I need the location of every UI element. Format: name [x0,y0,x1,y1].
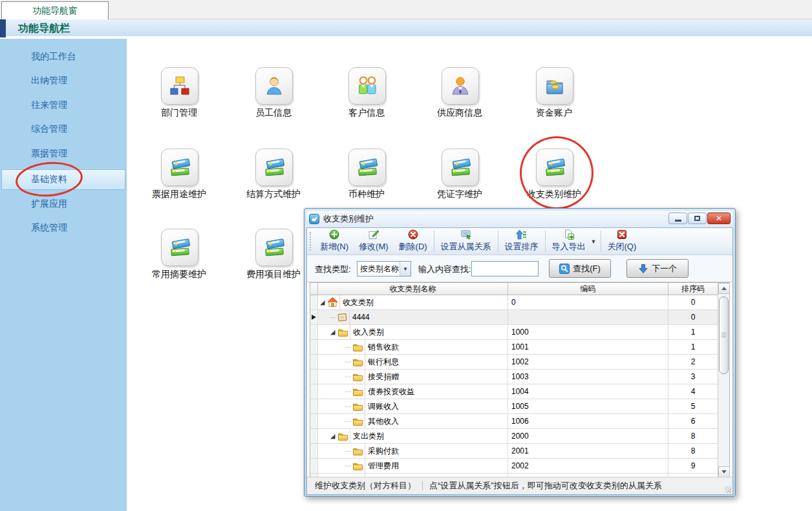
tree-grid-row[interactable]: 销售收款10011 [310,340,718,355]
header-accent-block [0,19,6,37]
scroll-up-button[interactable] [718,283,730,294]
modify-button[interactable]: 修改(M) [354,228,394,255]
sidebar-item-extended-apps[interactable]: 扩展应用 [0,195,127,213]
app-tile-funds[interactable] [536,67,573,105]
close-button[interactable]: ✕ [707,213,731,224]
tree-grid-row[interactable]: 采购付款20018 [310,444,718,459]
sidebar-item-label: 扩展应用 [31,198,67,210]
category-code: 1003 [508,370,668,384]
search-row: 查找类型: 按类别名称 ▼ 输入内容查找: 查找(F) 下一个 [307,255,732,282]
row-selector-cell[interactable] [310,399,318,413]
app-tile-customers[interactable] [348,67,386,105]
scroll-down-icon [721,470,727,474]
add-icon [329,229,339,240]
delete-button[interactable]: 删除(D) [394,228,433,255]
sidebar-item-label: 综合管理 [31,123,67,135]
app-tile-common-summary[interactable] [161,229,198,266]
next-button-label: 下一个 [652,263,677,275]
row-selector-cell[interactable] [310,429,318,443]
folder-icon [352,416,363,426]
row-selector-cell[interactable] [310,325,318,339]
dialog-statusbar: 维护收支类别（对方科目） 点“设置从属关系”按钮后，即可拖动可改变收支类别的从属… [307,477,732,494]
app-tile-settlement[interactable] [255,149,293,186]
sidebar-item-cashier[interactable]: 出纳管理 [0,72,127,90]
app-tile-bill-usage[interactable] [161,149,198,186]
tree-connector-line [345,451,351,452]
scroll-down-button[interactable] [718,466,730,477]
row-selector-cell[interactable] [310,340,318,354]
tree-grid-row[interactable]: 管理费用20029 [310,459,718,474]
search-type-combobox[interactable]: 按类别名称 ▼ [357,261,411,276]
row-selector-cell[interactable] [310,459,318,473]
app-tile-voucher-word[interactable] [442,149,479,186]
column-header-code[interactable]: 编码 [508,283,668,295]
maximize-button[interactable] [688,213,707,224]
tree-grid-row[interactable]: 44440 [310,310,718,325]
app-tile-supplier[interactable] [442,67,479,105]
find-button-label: 查找(F) [573,263,601,275]
toolbar-separator [434,231,434,252]
tree-expander-icon[interactable] [330,329,336,335]
row-selector-cell[interactable] [310,310,318,324]
column-header-name[interactable]: 收支类别名称 [318,283,508,295]
org-chart-icon [169,75,191,97]
sidebar-item-contacts[interactable]: 往来管理 [0,96,127,114]
search-input[interactable] [471,261,539,276]
set-sort-button[interactable]: 设置排序 [500,228,544,255]
app-label: 常用摘要维护 [127,269,231,280]
tree-grid-row[interactable]: 收入类别10001 [310,325,718,340]
set-relation-button[interactable]: 设置从属关系 [436,228,497,255]
sidebar-item-my-workbench[interactable]: 我的工作台 [0,48,127,66]
sidebar-item-bills[interactable]: 票据管理 [0,145,127,163]
find-button[interactable]: 查找(F) [549,259,611,278]
row-selector-cell[interactable] [310,355,318,369]
dialog-titlebar[interactable]: 收支类别维护 ✕ [306,211,733,227]
close-icon: ✕ [716,214,722,223]
next-button[interactable]: 下一个 [626,259,689,278]
tree-grid-row[interactable]: 支出类别20008 [310,429,718,444]
edit-icon [369,229,379,240]
tree-grid-row[interactable]: 收支类别00 [310,295,718,310]
category-code: 1001 [508,340,668,354]
column-header-sort[interactable]: 排序码 [668,283,718,295]
app-tile-currency[interactable] [348,149,386,186]
category-sort-code: 6 [668,414,718,428]
import-export-button[interactable]: 导入导出 [547,228,591,255]
vertical-scrollbar[interactable] [718,283,729,477]
down-arrow-icon [638,264,648,274]
name-cell: 债券投资收益 [318,384,508,399]
add-button[interactable]: 新增(N) [315,228,354,255]
import-export-dropdown-arrow[interactable]: ▼ [591,238,597,245]
books-icon [356,156,378,178]
category-sort-code: 1 [668,325,718,339]
tree-expander-icon[interactable] [330,433,336,439]
tab-function-nav[interactable]: 功能导航窗 [1,1,109,19]
tree-connector-line [345,406,351,407]
row-selector-cell[interactable] [310,295,318,309]
app-label: 部门管理 [127,107,231,119]
category-sort-code: 5 [668,399,718,413]
tree-grid-row[interactable]: 其他收入10066 [310,414,718,429]
tree-grid-row[interactable]: 接受捐赠10033 [310,370,718,384]
sidebar-item-system[interactable]: 系统管理 [0,219,127,237]
app-tile-employee[interactable] [255,67,293,105]
close-dialog-button[interactable]: 关闭(Q) [603,228,642,255]
category-name: 4444 [349,310,508,324]
tree-grid-row[interactable]: 银行利息10022 [310,355,718,370]
app-tile-department[interactable] [161,67,198,105]
row-selector-cell[interactable] [310,384,318,399]
delete-icon [408,229,418,240]
sidebar-item-comprehensive[interactable]: 综合管理 [0,120,127,138]
tree-grid-row[interactable]: 调账收入10055 [310,399,718,414]
app-tile-expense-item[interactable] [255,229,293,266]
category-name: 收支类别 [339,295,508,309]
scrollbar-thumb[interactable] [719,297,729,374]
minimize-button[interactable] [668,213,687,224]
tree-grid-row[interactable]: 债券投资收益10044 [310,384,718,399]
row-selector-cell[interactable] [310,444,318,458]
row-selector-cell[interactable] [310,414,318,428]
chevron-down-icon[interactable]: ▼ [400,262,411,276]
resize-grip[interactable] [725,486,731,493]
row-selector-cell[interactable] [310,370,318,384]
tree-expander-icon[interactable] [319,300,325,306]
